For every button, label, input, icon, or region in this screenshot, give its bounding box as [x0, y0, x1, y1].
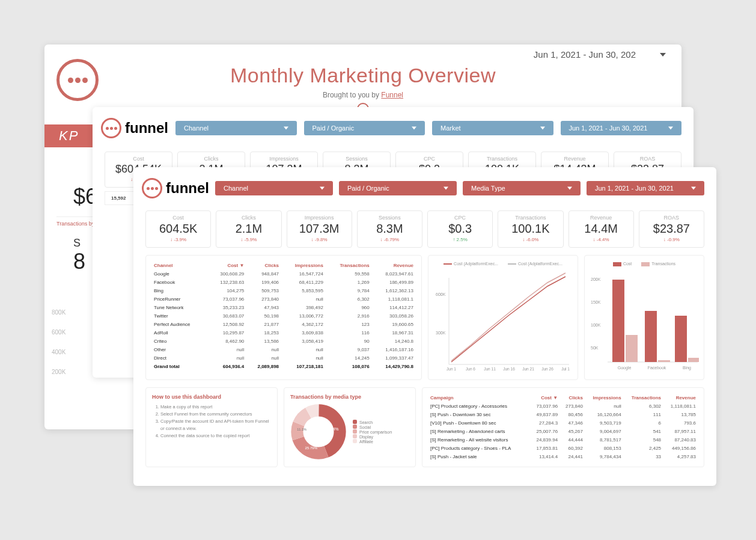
channel-table-card: ChannelCost ▼ClicksImpressionsTransactio…: [145, 255, 422, 380]
table-row: [PC] Products category - Shoes - PLA17,8…: [428, 444, 698, 452]
kpi-card: ROAS $23.87 ↓ -0.9%: [639, 210, 704, 248]
filter-channel[interactable]: Channel: [175, 121, 297, 135]
kpi-card: Sessions 8.3M ↓ -6.79%: [357, 210, 422, 248]
chevron-down-icon: [691, 186, 696, 191]
kpi-card: Clicks 2.1M ↓ -5.9%: [216, 210, 281, 248]
kpi-label: Sessions: [325, 156, 389, 162]
chevron-down-icon: [320, 186, 325, 191]
table-header[interactable]: Clicks: [559, 394, 585, 402]
chevron-down-icon: [660, 52, 666, 58]
chevron-down-icon: [567, 186, 572, 191]
kpi-card: Revenue 14.4M ↓ -4.4%: [569, 210, 634, 248]
page-title: Monthly Marketing Overview: [44, 64, 681, 87]
svg-text:Bing: Bing: [683, 366, 691, 370]
kpi-value: 2.1M: [218, 222, 279, 236]
table-row: [S] Remarketing - Abandoned carts25,007.…: [428, 427, 698, 435]
kpi-label: Transactions: [499, 215, 561, 221]
kpi-value: 107.3M: [288, 222, 350, 236]
kpi-label: ROAS: [641, 215, 703, 221]
svg-text:300K: 300K: [436, 331, 446, 335]
filter-media-type[interactable]: Media Type: [463, 181, 581, 195]
table-row: [S] Push - Downtown 30 sec49,837.8980,45…: [428, 410, 698, 419]
filter-channel[interactable]: Channel: [215, 181, 333, 195]
svg-text:200K: 200K: [591, 277, 601, 281]
table-header[interactable]: Campaign: [428, 394, 529, 402]
kpi-delta: ↓ -6.0%: [499, 237, 561, 242]
partial-kpi-label: S: [73, 237, 81, 250]
kpi-label: Cost: [147, 215, 209, 221]
table-row: [V10] Push - Downtown 80 sec27,284.347,3…: [428, 419, 698, 427]
kpi-label: Sessions: [359, 215, 421, 221]
kpi-label: Cost: [106, 156, 171, 162]
campaign-table: CampaignCost ▼ClicksImpressionsTransacti…: [428, 394, 698, 461]
svg-text:Jun 26: Jun 26: [541, 367, 553, 370]
howto-card: How to use this dashboard Make a copy of…: [145, 387, 278, 467]
funnel-logo-icon: [101, 118, 121, 138]
donut-chart-svg: 44% 25.79% 11.1%: [290, 403, 347, 460]
kpi-card: CPC $0.3 ↑ 2.5%: [427, 210, 493, 248]
table-header[interactable]: Impressions: [585, 394, 623, 402]
cost-bar-chart: Cost Transactions 200K 150K 100K 50K: [584, 255, 704, 380]
table-header[interactable]: Cost ▼: [529, 394, 559, 402]
table-row: Othernullnullnull9,0371,416,187.16: [152, 346, 415, 354]
svg-text:Google: Google: [618, 366, 632, 370]
legend-item: Display: [353, 434, 392, 439]
table-header[interactable]: Transactions: [623, 394, 663, 402]
svg-text:25.79%: 25.79%: [305, 446, 318, 450]
table-header[interactable]: Cost ▼: [207, 262, 246, 270]
filter-paid-organic[interactable]: Paid / Organic: [304, 121, 425, 135]
table-header[interactable]: Revenue: [371, 262, 415, 270]
table-row: Bing104,275509,7535,853,5959,7841,612,36…: [152, 287, 415, 295]
kpi-label: Transactions: [470, 156, 534, 162]
table-header[interactable]: Revenue: [663, 394, 698, 402]
cost-line-chart: Cost (AdplatformExec... Cost (Adplatform…: [428, 255, 578, 380]
svg-text:Jun 1: Jun 1: [447, 367, 456, 370]
svg-rect-21: [688, 358, 699, 362]
chevron-down-icon: [540, 126, 545, 130]
svg-rect-17: [626, 335, 638, 362]
funnel-brand: funnel: [142, 178, 209, 198]
kpi-value: $0.3: [429, 222, 491, 236]
kpi-label: Impressions: [252, 156, 316, 162]
legend-item: Affiliate: [353, 439, 392, 444]
kpi-value: $23.87: [641, 222, 703, 236]
kpi-card: Cost 604.5K ↓ -3.9%: [145, 210, 211, 248]
svg-rect-18: [645, 311, 657, 362]
table-header[interactable]: Transactions: [325, 262, 371, 270]
dashboard-front-panel: funnel Channel Paid / Organic Media Type…: [133, 167, 716, 486]
svg-text:600K: 600K: [436, 292, 446, 296]
kpi-value: 604.5K: [147, 222, 209, 236]
svg-text:Jun 16: Jun 16: [503, 367, 515, 370]
kpi-delta: ↓ -0.9%: [641, 237, 703, 242]
table-row: [PC] Product category - Accessories73,03…: [428, 402, 698, 410]
filter-date-range[interactable]: Jun 1, 2021 - Jun 30, 2021: [561, 121, 682, 135]
table-row: Directnullnullnull14,2451,099,337.47: [152, 354, 415, 363]
filter-date-range[interactable]: Jun 1, 2021 - Jun 30, 2021: [587, 181, 704, 195]
kpi-label: CPC: [397, 156, 462, 162]
howto-step: Copy/Paste the account ID and API-token …: [160, 418, 271, 432]
table-row: [S] Remarketing - All website visitors24…: [428, 435, 698, 444]
back-axis-ticks: 800K 600K 400K 200K: [44, 309, 66, 375]
kpi-label: Revenue: [543, 156, 607, 162]
funnel-logo-icon: [142, 178, 162, 198]
chevron-down-icon: [412, 126, 416, 130]
table-row: AdRoll10,295.8718,2533,609,83811618,967.…: [152, 329, 415, 337]
kpi-label: Clicks: [179, 156, 243, 162]
table-header[interactable]: Clicks: [246, 262, 281, 270]
svg-rect-16: [612, 280, 624, 362]
table-header[interactable]: Channel: [152, 262, 207, 270]
kpi-label: ROAS: [615, 156, 680, 162]
filter-paid-organic[interactable]: Paid / Organic: [339, 181, 457, 195]
kpi-label: Revenue: [570, 215, 632, 221]
chevron-down-icon: [444, 186, 448, 191]
filter-market[interactable]: Market: [432, 121, 553, 135]
funnel-link[interactable]: Funnel: [381, 91, 403, 99]
svg-point-31: [306, 420, 331, 444]
date-range-picker[interactable]: Jun 1, 2021 - Jun 30, 202: [534, 49, 666, 60]
legend-item: Search: [353, 420, 392, 425]
howto-step: Select Funnel from the community connect…: [160, 411, 271, 418]
partial-kpi-big: 8: [73, 249, 85, 274]
svg-text:Jun 21: Jun 21: [522, 367, 534, 370]
table-header[interactable]: Impressions: [281, 262, 325, 270]
table-row: [S] Push - Jacket sale13,414.424,4419,78…: [428, 452, 698, 461]
